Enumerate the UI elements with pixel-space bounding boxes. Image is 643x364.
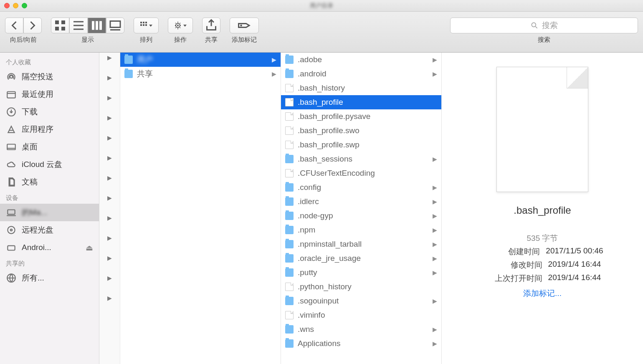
file-row[interactable]: .bash_profile.swp xyxy=(281,138,441,152)
list-view-button[interactable] xyxy=(69,18,88,33)
recent-icon xyxy=(6,89,17,100)
disclosure-icon: ▶ xyxy=(107,235,112,241)
download-icon xyxy=(6,106,17,117)
app-icon xyxy=(6,124,17,135)
file-row[interactable]: .bash_history xyxy=(281,81,441,95)
sidebar-item[interactable]: 远程光盘 xyxy=(0,221,99,239)
sidebar-item[interactable]: 隔空投送 xyxy=(0,68,99,86)
sidebar-item[interactable]: 下载 xyxy=(0,103,99,121)
share-button[interactable] xyxy=(202,18,220,33)
file-row[interactable]: .wns▶ xyxy=(281,322,441,336)
file-label: .config xyxy=(298,183,321,192)
file-row[interactable]: .npm▶ xyxy=(281,223,441,237)
cloud-icon xyxy=(6,159,17,170)
document-icon xyxy=(285,283,294,291)
svg-point-23 xyxy=(10,76,13,78)
minimize-button[interactable] xyxy=(13,3,18,8)
file-row[interactable]: .bash_profile xyxy=(281,95,441,109)
svg-point-19 xyxy=(177,25,179,26)
arrange-button[interactable] xyxy=(134,18,159,33)
action-button[interactable] xyxy=(168,18,193,33)
svg-rect-3 xyxy=(61,27,65,30)
disclosure-icon: ▶ xyxy=(107,295,112,301)
file-icon xyxy=(496,67,588,192)
sidebar-item[interactable]: 最近使用 xyxy=(0,86,99,103)
file-row[interactable]: .putty▶ xyxy=(281,265,441,280)
sidebar-item-label: 远程光盘 xyxy=(22,225,53,235)
gallery-view-button[interactable] xyxy=(106,18,124,33)
disclosure-icon: ▶ xyxy=(107,154,112,161)
file-row[interactable]: 用户▶ xyxy=(120,53,281,67)
file-row[interactable]: .python_history xyxy=(281,280,441,294)
column-view-button[interactable] xyxy=(88,18,106,33)
window-title: 用户目录 xyxy=(310,2,333,10)
disclosure-icon: ▶ xyxy=(107,195,112,201)
close-button[interactable] xyxy=(4,3,10,8)
forward-button[interactable] xyxy=(23,18,42,33)
folder-icon xyxy=(285,226,294,234)
folder-icon xyxy=(285,56,294,64)
file-row[interactable]: .bash_sessions▶ xyxy=(281,152,441,166)
document-icon xyxy=(285,141,294,149)
sidebar-item[interactable]: 文稿 xyxy=(0,173,99,191)
folder-icon xyxy=(285,268,294,277)
eject-icon[interactable]: ⏏ xyxy=(86,243,93,253)
sidebar-item-label: Androi... xyxy=(22,243,51,252)
sidebar-item[interactable]: 应用程序 xyxy=(0,121,99,138)
file-label: .viminfo xyxy=(298,311,325,320)
search-input[interactable]: 搜索 xyxy=(450,18,638,33)
file-row[interactable]: .oracle_jre_usage▶ xyxy=(281,251,441,265)
toolbar: 向后/向前 显示 排列 操作 共享 添加标记 xyxy=(0,12,643,53)
titlebar: 用户目录 xyxy=(0,0,643,12)
sidebar-item[interactable]: 桌面 xyxy=(0,138,99,156)
sidebar-item[interactable]: iCloud 云盘 xyxy=(0,156,99,173)
tag-group: 添加标记 xyxy=(230,18,259,44)
back-button[interactable] xyxy=(5,18,23,33)
file-row[interactable]: .bash_profile.swo xyxy=(281,124,441,138)
expand-icon: ▶ xyxy=(433,326,437,333)
svg-rect-10 xyxy=(110,21,120,28)
folder-icon xyxy=(285,254,294,263)
folder-icon xyxy=(285,297,294,305)
icon-view-button[interactable] xyxy=(51,18,69,33)
add-tag-link[interactable]: 添加标记... xyxy=(523,288,562,299)
document-icon xyxy=(285,169,294,177)
meta-created: 创建时间2017/11/5 00:46 xyxy=(481,246,603,257)
sidebar-item[interactable]: 所有... xyxy=(0,269,99,287)
svg-point-32 xyxy=(8,226,15,233)
sidebar-item[interactable]: Androi...⏏ xyxy=(0,239,99,256)
disclosure-icon: ▶ xyxy=(107,275,112,281)
svg-point-21 xyxy=(532,23,536,27)
file-label: .bash_profile.pysave xyxy=(298,112,370,121)
expand-icon: ▶ xyxy=(272,56,276,63)
svg-rect-16 xyxy=(143,24,144,26)
sidebar-item-label: 应用程序 xyxy=(22,124,53,135)
file-row[interactable]: 共享▶ xyxy=(120,67,281,81)
disc-icon xyxy=(6,225,17,235)
file-row[interactable]: .viminfo xyxy=(281,308,441,322)
finder-window: 用户目录 向后/向前 显示 排列 操作 xyxy=(0,0,643,364)
document-icon xyxy=(285,126,294,135)
file-row[interactable]: .sogouinput▶ xyxy=(281,294,441,308)
file-row[interactable]: .npminstall_tarball▶ xyxy=(281,237,441,251)
maximize-button[interactable] xyxy=(22,3,27,8)
file-label: .bash_profile.swp xyxy=(298,140,359,149)
file-row[interactable]: .adobe▶ xyxy=(281,53,441,67)
sidebar-item-label: 文稿 xyxy=(22,177,38,187)
sidebar-item[interactable]: 的Ma... xyxy=(0,204,99,221)
file-row[interactable]: .node-gyp▶ xyxy=(281,209,441,223)
file-row[interactable]: .bash_profile.pysave xyxy=(281,109,441,124)
file-row[interactable]: Applications▶ xyxy=(281,336,441,351)
file-row[interactable]: .android▶ xyxy=(281,67,441,81)
expand-icon: ▶ xyxy=(272,71,276,77)
disclosure-icon: ▶ xyxy=(107,54,112,61)
file-row[interactable]: .CFUserTextEncoding xyxy=(281,166,441,180)
disclosure-icon: ▶ xyxy=(107,94,112,101)
file-row[interactable]: .idlerc▶ xyxy=(281,195,441,209)
tag-button[interactable] xyxy=(230,18,259,33)
folder-icon xyxy=(285,212,294,220)
svg-rect-2 xyxy=(55,27,59,30)
svg-rect-7 xyxy=(92,21,94,30)
folder-icon xyxy=(285,240,294,248)
file-row[interactable]: .config▶ xyxy=(281,180,441,195)
